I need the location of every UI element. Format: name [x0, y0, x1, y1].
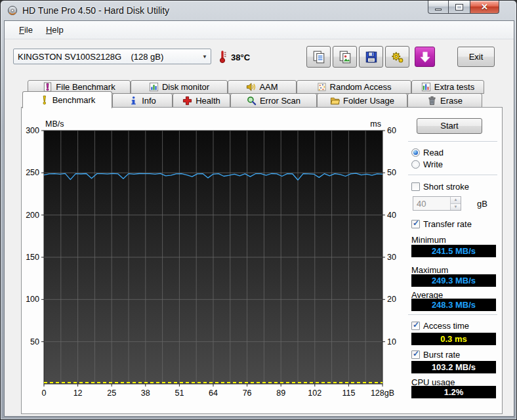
minimum-label: Minimum: [411, 235, 446, 245]
error-scan-icon: [247, 96, 257, 106]
maximum-label: Maximum: [411, 265, 448, 275]
folder-usage-icon: [330, 96, 340, 106]
options-icon: [390, 50, 405, 64]
tab-erase[interactable]: Erase: [407, 93, 482, 108]
tab-label: Error Scan: [260, 96, 300, 106]
svg-text:20: 20: [387, 295, 396, 304]
stepper-up-icon[interactable]: ▲: [451, 197, 461, 204]
menu-item-file[interactable]: File: [12, 23, 39, 37]
title-bar[interactable]: HD Tune Pro 4.50 - Hard Disk Utility ✕: [1, 1, 516, 20]
svg-text:300: 300: [26, 126, 39, 135]
transfer-rate-checkbox[interactable]: [411, 220, 420, 228]
maximum-value: 249.3 MB/s: [411, 274, 496, 287]
transfer-rate-label: Transfer rate: [423, 219, 472, 229]
burst-rate-row[interactable]: Burst rate: [411, 350, 460, 360]
stepper-down-icon[interactable]: ▼: [451, 204, 461, 211]
benchmark-controls-panel: Start Read Write Short stroke 40: [407, 108, 501, 413]
tab-benchmark[interactable]: Benchmark: [22, 91, 112, 108]
svg-text:60: 60: [387, 126, 396, 135]
svg-text:0: 0: [42, 388, 47, 398]
tab-extra-tests[interactable]: Extra tests: [411, 80, 484, 94]
temperature-value: 38°C: [231, 52, 250, 62]
svg-text:12: 12: [73, 388, 83, 398]
average-value: 248.3 MB/s: [411, 299, 496, 311]
extra-tests-icon: [421, 82, 431, 92]
tab-label: Random Access: [330, 82, 392, 92]
exit-button[interactable]: Exit: [457, 47, 495, 67]
tab-label: AAM: [259, 82, 278, 92]
drive-select-value: KINGSTON SV100S2128G (128 gB): [14, 52, 199, 62]
tab-folder-usage[interactable]: Folder Usage: [317, 93, 407, 108]
cpu-usage-value: 1.2%: [411, 386, 496, 398]
copy-image-icon: [338, 50, 352, 64]
chevron-down-icon[interactable]: ▼: [199, 54, 211, 60]
burst-rate-checkbox[interactable]: [411, 350, 420, 359]
save-button[interactable]: [359, 46, 383, 68]
benchmark-chart: 3002502001501005060504030201001225385164…: [22, 113, 406, 404]
close-icon: ✕: [481, 1, 488, 13]
close-button[interactable]: ✕: [470, 1, 499, 14]
minimum-value: 241.5 MB/s: [411, 245, 496, 257]
divider: [408, 314, 497, 315]
transfer-rate-row[interactable]: Transfer rate: [411, 219, 472, 229]
svg-text:89: 89: [276, 388, 285, 398]
tab-disk-monitor[interactable]: Disk monitor: [131, 80, 228, 94]
short-stroke-value: 40: [413, 197, 450, 210]
tab-info[interactable]: Info: [112, 93, 173, 108]
write-radio[interactable]: [411, 160, 420, 169]
svg-text:102: 102: [308, 388, 321, 398]
tab-label: Folder Usage: [343, 96, 394, 106]
app-disk-icon: [7, 5, 18, 16]
access-time-label: Access time: [423, 321, 469, 331]
update-button[interactable]: [415, 47, 435, 67]
copy-text-button[interactable]: [306, 46, 331, 68]
tab-random-access[interactable]: Random Access: [297, 80, 411, 94]
menu-bar: FileHelp: [5, 21, 514, 39]
tab-label: File Benchmark: [56, 82, 115, 92]
copy-image-button[interactable]: [333, 46, 357, 68]
access-time-checkbox[interactable]: [411, 322, 420, 330]
svg-text:MB/s: MB/s: [45, 119, 64, 129]
short-stroke-stepper[interactable]: 40 ▲ ▼: [413, 196, 461, 211]
svg-text:40: 40: [387, 211, 396, 220]
app-window: HD Tune Pro 4.50 - Hard Disk Utility ✕ F…: [0, 0, 517, 420]
short-stroke-label: Short stroke: [423, 182, 469, 192]
svg-text:100: 100: [26, 295, 39, 304]
random-access-icon: [317, 82, 327, 92]
tab-aam[interactable]: AAM: [228, 80, 297, 94]
maximize-button[interactable]: [449, 1, 470, 14]
options-button[interactable]: [385, 46, 409, 68]
menu-item-help[interactable]: Help: [39, 23, 70, 37]
tab-label: Benchmark: [52, 95, 96, 105]
drive-select[interactable]: KINGSTON SV100S2128G (128 gB) ▼: [13, 49, 211, 64]
aam-icon: [246, 82, 256, 92]
burst-rate-label: Burst rate: [423, 350, 460, 360]
access-time-row[interactable]: Access time: [411, 321, 469, 331]
disk-monitor-icon: [149, 82, 159, 92]
read-radio[interactable]: [411, 148, 420, 157]
benchmark-icon: [39, 95, 49, 105]
short-stroke-checkbox[interactable]: [411, 182, 420, 191]
svg-text:115: 115: [342, 388, 355, 398]
tab-label: Disk monitor: [162, 82, 209, 92]
benchmark-tab-page: 3002502001501005060504030201001225385164…: [21, 107, 503, 414]
tab-health[interactable]: Health: [173, 93, 230, 108]
short-stroke-row[interactable]: Short stroke: [411, 182, 469, 192]
benchmark-chart-area: 3002502001501005060504030201001225385164…: [22, 113, 406, 407]
svg-text:30: 30: [387, 253, 396, 262]
short-stroke-unit: gB: [477, 199, 487, 209]
minimize-icon: [435, 9, 442, 10]
minimize-button[interactable]: [428, 1, 449, 14]
write-radio-row[interactable]: Write: [411, 159, 443, 169]
write-radio-label: Write: [423, 159, 443, 169]
window-content: FileHelp KINGSTON SV100S2128G (128 gB) ▼…: [4, 20, 514, 417]
tab-label: Erase: [440, 96, 463, 106]
start-button[interactable]: Start: [417, 118, 482, 134]
read-radio-row[interactable]: Read: [411, 148, 444, 158]
health-icon: [182, 96, 192, 106]
tab-error-scan[interactable]: Error Scan: [230, 93, 317, 108]
svg-text:64: 64: [209, 388, 218, 398]
svg-text:25: 25: [107, 388, 116, 398]
svg-text:128gB: 128gB: [371, 388, 394, 398]
divider: [408, 175, 497, 175]
